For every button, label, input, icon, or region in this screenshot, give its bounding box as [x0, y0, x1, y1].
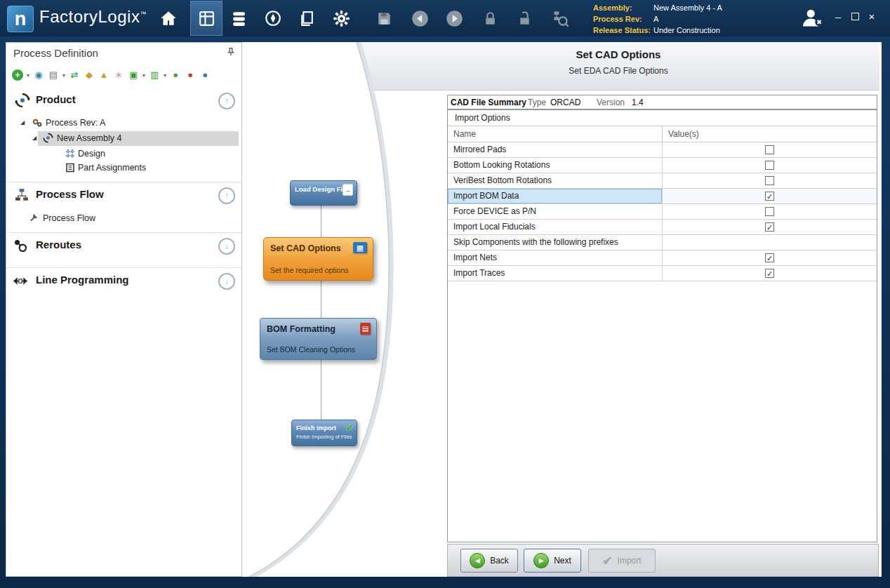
- process-definition-panel: Process Definition +▾◉▤▾⇄◆▲∗▣▾▥▾●●● Prod…: [6, 42, 242, 577]
- table-row[interactable]: VeriBest Bottom Rotations: [448, 173, 877, 189]
- app-logo: n: [7, 6, 34, 32]
- dropdown-caret-icon[interactable]: ▾: [62, 72, 65, 79]
- user-button[interactable]: [800, 7, 825, 28]
- section-product[interactable]: Product ↑: [6, 88, 241, 113]
- wizard-step-bom-formatting[interactable]: BOM Formatting ▤ Set BOM Cleaning Option…: [260, 318, 377, 360]
- highlight-icon[interactable]: ◆: [84, 69, 95, 81]
- table-column-headers: Name Value(s): [448, 126, 877, 142]
- tree-item-design[interactable]: Design: [6, 147, 241, 161]
- option-name[interactable]: Import Local Fiducials: [448, 220, 663, 234]
- option-name[interactable]: Mirrored Pads: [448, 142, 663, 157]
- table-row[interactable]: Bottom Looking Rotations: [448, 158, 877, 173]
- option-value: [663, 158, 877, 173]
- collapse-process-flow-button[interactable]: ↑: [218, 187, 235, 204]
- flask-icon[interactable]: ▲: [98, 69, 109, 81]
- back-label: Back: [490, 556, 509, 566]
- column-name[interactable]: Name: [448, 126, 663, 142]
- option-checkbox[interactable]: [765, 207, 774, 216]
- expander-icon[interactable]: ◢: [32, 135, 36, 141]
- layers-icon[interactable]: ▥: [149, 69, 160, 81]
- next-button[interactable]: ▶ Next: [524, 549, 581, 573]
- import-button[interactable]: ✔ Import: [588, 549, 656, 573]
- print-icon[interactable]: ▤: [48, 69, 59, 81]
- wizard-step-load-design-files[interactable]: Load Design Files →: [290, 180, 357, 206]
- option-name[interactable]: Import Traces: [448, 266, 663, 281]
- back-arrow-icon: ◀: [470, 553, 485, 568]
- documents-button[interactable]: [297, 8, 317, 28]
- option-checkbox[interactable]: ✓: [765, 253, 774, 262]
- add-icon[interactable]: +: [12, 69, 23, 81]
- table-row[interactable]: Import Nets✓: [448, 250, 877, 266]
- unlock-button[interactable]: [514, 8, 534, 28]
- back-nav-button[interactable]: [410, 8, 430, 28]
- stack-icon: [230, 10, 248, 27]
- app-window: n FactoryLogix™: [0, 0, 890, 588]
- save-button[interactable]: [374, 8, 394, 28]
- home-icon: [159, 9, 178, 27]
- section-line-programming[interactable]: Line Programming ↓: [6, 267, 241, 293]
- lock-icon: [481, 10, 499, 27]
- dropdown-caret-icon[interactable]: ▾: [27, 72, 29, 79]
- table-row[interactable]: Import BOM Data✓: [448, 189, 877, 204]
- option-checkbox[interactable]: ✓: [765, 222, 774, 232]
- table-row[interactable]: Force DEVICE as P/N: [448, 204, 877, 220]
- table-row[interactable]: Import Local Fiducials✓: [448, 220, 877, 235]
- expand-line-programming-button[interactable]: ↓: [218, 273, 235, 290]
- table-group-header[interactable]: Import Options: [448, 110, 877, 126]
- table-row[interactable]: Import Traces✓: [448, 266, 877, 281]
- option-name[interactable]: Import Nets: [448, 250, 663, 265]
- collapse-product-button[interactable]: ↑: [218, 93, 235, 109]
- expand-reroutes-button[interactable]: ↓: [218, 238, 235, 255]
- option-name[interactable]: Import BOM Data: [448, 189, 663, 203]
- dropdown-caret-icon[interactable]: ▾: [142, 72, 145, 79]
- audit-button[interactable]: [550, 8, 570, 28]
- export-icon[interactable]: ▣: [128, 69, 139, 81]
- navigation-button[interactable]: [263, 8, 283, 28]
- option-checkbox[interactable]: [765, 161, 774, 170]
- option-name[interactable]: Skip Components with the following prefi…: [448, 235, 663, 250]
- stop-icon[interactable]: ●: [185, 69, 196, 81]
- tree-item-assembly-selected[interactable]: ◢ New Assembly 4: [6, 131, 241, 146]
- wizard-step-finish-import[interactable]: Finish Import Finish Importing of Files …: [291, 420, 357, 446]
- materials-button[interactable]: [229, 8, 248, 28]
- forward-nav-button[interactable]: [444, 8, 464, 28]
- wizard-step-set-cad-options[interactable]: Set CAD Options ▦ Set the required optio…: [263, 237, 373, 281]
- tree-item-part-assignments[interactable]: Part Assignments: [6, 161, 241, 175]
- option-checkbox[interactable]: [765, 176, 774, 185]
- column-values[interactable]: Value(s): [663, 126, 877, 142]
- web-icon[interactable]: ◉: [33, 69, 44, 81]
- option-name[interactable]: VeriBest Bottom Rotations: [448, 173, 663, 188]
- step-connector: [321, 360, 321, 420]
- flow-search-icon: [551, 9, 570, 28]
- flower-icon[interactable]: ∗: [113, 69, 124, 81]
- maximize-button[interactable]: [849, 10, 861, 22]
- import-label: Import: [618, 556, 642, 566]
- tree-item-process-flow[interactable]: Process Flow: [6, 211, 241, 226]
- step-header: Set CAD Options Set EDA CAD File Options: [353, 42, 879, 91]
- option-checkbox[interactable]: ✓: [765, 192, 774, 201]
- option-name[interactable]: Force DEVICE as P/N: [448, 204, 663, 219]
- option-checkbox[interactable]: ✓: [765, 269, 774, 278]
- record-icon[interactable]: ●: [199, 69, 211, 81]
- home-button[interactable]: [159, 8, 178, 28]
- tree-item-process-rev[interactable]: ◢ Process Rev: A: [6, 116, 241, 131]
- pin-button[interactable]: [226, 47, 236, 60]
- section-reroutes[interactable]: Reroutes ↓: [6, 232, 241, 258]
- option-name[interactable]: Bottom Looking Rotations: [448, 158, 663, 173]
- lock-button[interactable]: [480, 8, 500, 28]
- table-row[interactable]: Mirrored Pads: [448, 142, 877, 158]
- expander-icon[interactable]: ◢: [20, 119, 25, 126]
- settings-button[interactable]: [331, 8, 351, 28]
- back-button[interactable]: ◀ Back: [460, 549, 518, 573]
- option-checkbox[interactable]: [765, 145, 774, 154]
- close-button[interactable]: ×: [865, 10, 878, 22]
- option-value: ✓: [663, 250, 877, 265]
- start-icon[interactable]: ●: [170, 69, 181, 81]
- section-process-flow[interactable]: Process Flow ↑: [6, 182, 241, 208]
- dropdown-caret-icon[interactable]: ▾: [164, 72, 166, 79]
- process-editor-button[interactable]: [197, 8, 216, 28]
- compare-icon[interactable]: ⇄: [69, 69, 80, 81]
- minimize-button[interactable]: –: [832, 10, 844, 22]
- table-row[interactable]: Skip Components with the following prefi…: [448, 235, 877, 250]
- section-line-programming-label: Line Programming: [36, 274, 129, 286]
